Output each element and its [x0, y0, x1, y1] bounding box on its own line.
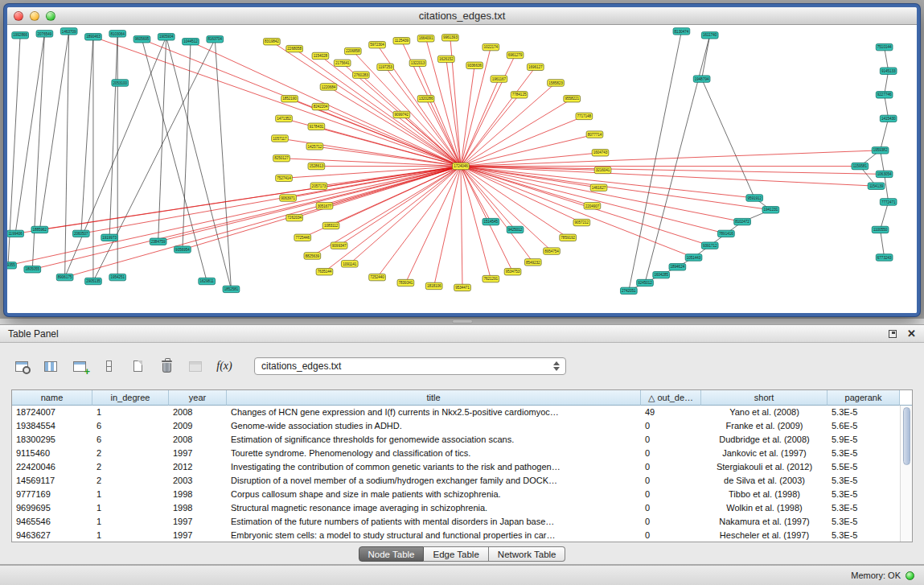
graph-node[interactable]: 8077714	[586, 131, 603, 138]
graph-node[interactable]: 2204907	[584, 203, 601, 209]
minimize-window-button[interactable]	[30, 11, 39, 21]
graph-node[interactable]: 1818106	[425, 282, 442, 289]
graph-node[interactable]: 1611740	[701, 32, 718, 39]
graph-node[interactable]: 2076549	[36, 31, 53, 37]
graph-node[interactable]: 1948794	[693, 76, 710, 82]
table-scrollbar[interactable]	[900, 406, 912, 542]
graph-node[interactable]: 1805055	[24, 266, 41, 273]
graph-node[interactable]: 9056954	[175, 246, 191, 253]
graph-node[interactable]: 1905904	[158, 34, 175, 40]
graph-node[interactable]: 7725446	[294, 234, 311, 241]
graph-node[interactable]: 1696127	[527, 64, 544, 70]
network-graph[interactable]: 1724046185219014713521057117825012775274…	[7, 26, 917, 313]
graph-node[interactable]: 1461627	[590, 184, 607, 191]
graph-node[interactable]: 3051677	[316, 203, 333, 209]
graph-node[interactable]: 1961167	[491, 76, 507, 82]
graph-node[interactable]: 1154139	[868, 183, 885, 189]
graph-node[interactable]: 1852190	[281, 96, 298, 102]
graph-node[interactable]: 1528613	[308, 163, 325, 169]
window-titlebar[interactable]: citations_edges.txt	[7, 7, 917, 25]
graph-node[interactable]: 6961279	[507, 51, 524, 58]
panel-splitter[interactable]	[0, 318, 924, 324]
graph-node[interactable]: 1885962	[31, 226, 48, 233]
graph-node[interactable]: 7527414	[276, 175, 293, 181]
graph-node[interactable]: 9619355	[7, 262, 16, 269]
graph-node[interactable]: 9558221	[564, 96, 581, 102]
graph-node[interactable]: 2742051	[620, 287, 637, 294]
function-builder-button[interactable]: f(x)	[214, 356, 235, 377]
graph-node[interactable]: 2760283	[353, 72, 370, 78]
graph-node[interactable]: 8954754	[544, 248, 561, 254]
graph-node[interactable]: 1890463	[85, 34, 102, 40]
graph-node[interactable]: 1022174	[483, 43, 499, 50]
graph-node[interactable]: 7891416	[718, 230, 735, 237]
graph-node[interactable]: 1100550	[872, 226, 889, 233]
table-row[interactable]: 2242004622012Investigating the contribut…	[12, 460, 912, 474]
graph-node[interactable]: 6773243	[876, 254, 893, 261]
graph-node[interactable]: 1154028	[312, 52, 329, 59]
close-panel-button[interactable]: ✕	[907, 328, 916, 339]
graph-node[interactable]: 2905135	[85, 278, 102, 284]
network-file-select[interactable]: citations_edges.txt	[254, 357, 566, 375]
graph-node[interactable]: 1051443	[685, 254, 702, 261]
table-row[interactable]: 1938455462009Genome-wide association stu…	[12, 419, 912, 433]
network-canvas[interactable]: 1724046185219014713521057117825012775274…	[7, 26, 917, 313]
graph-node[interactable]: 9227746	[876, 92, 893, 98]
graph-node[interactable]: 1954251	[109, 274, 126, 280]
graph-node[interactable]: 9178431	[308, 123, 325, 130]
graph-node[interactable]: 9057212	[573, 219, 590, 225]
graph-node[interactable]: 9145133	[880, 68, 897, 74]
graph-node[interactable]: 1220684	[320, 84, 337, 90]
graph-node[interactable]: 2384759	[150, 238, 166, 245]
graph-node[interactable]: 9099742	[393, 111, 410, 117]
table-row[interactable]: 911546021997Tourette syndrome. Phenomeno…	[12, 447, 912, 460]
column-header-year[interactable]: year	[169, 390, 227, 406]
graph-node[interactable]: 1159581	[852, 163, 869, 169]
graph-node[interactable]: 7784125	[511, 92, 528, 98]
graph-node[interactable]: 8549232	[524, 259, 541, 266]
graph-node[interactable]: 7621291	[483, 275, 499, 282]
zoom-window-button[interactable]	[46, 11, 55, 21]
graph-node[interactable]: 9425012	[507, 226, 524, 233]
graph-node[interactable]: 8103064	[109, 31, 126, 37]
graph-node[interactable]: 2057173	[310, 183, 327, 189]
graph-node[interactable]: 7635144	[316, 269, 333, 275]
graph-node[interactable]: 9336636	[466, 62, 483, 68]
graph-node[interactable]: 8242204	[312, 103, 329, 109]
graph-node[interactable]: 1894624	[669, 264, 686, 270]
graph-node[interactable]: 1585823	[548, 80, 565, 86]
table-row[interactable]: 946554611997Estimation of the future num…	[12, 515, 912, 529]
graph-node[interactable]: 2053100	[112, 80, 129, 86]
graph-node[interactable]: 1664091	[417, 35, 434, 42]
table-row[interactable]: 1872400712008Changes of HCN gene express…	[12, 406, 912, 419]
graph-node[interactable]: 8130474	[673, 28, 690, 35]
tab-node-table[interactable]: Node Table	[359, 546, 425, 562]
graph-node[interactable]: 1941231	[762, 207, 779, 213]
column-header-in_degree[interactable]: in_degree	[92, 390, 169, 406]
graph-node[interactable]: 7839341	[397, 279, 414, 286]
scrollbar-thumb[interactable]	[903, 407, 910, 465]
graph-node[interactable]: 9099347	[331, 242, 347, 249]
graph-node[interactable]: 1057117	[272, 135, 289, 142]
graph-node[interactable]: 8825639	[304, 253, 321, 259]
graph-node[interactable]: 9245012	[637, 279, 654, 286]
table-mode-button[interactable]	[11, 356, 32, 377]
column-header-pagerank[interactable]: pagerank	[827, 390, 900, 406]
graph-node[interactable]: 1629811	[199, 278, 216, 284]
column-header-out_degree[interactable]: △ out_de…	[641, 390, 701, 406]
graph-node[interactable]: 7510144	[876, 43, 893, 50]
graph-node[interactable]: 1992866	[12, 32, 29, 39]
graph-node[interactable]: 1199406	[7, 230, 23, 237]
graph-node[interactable]: 8319842	[264, 39, 281, 45]
graph-node[interactable]: 9534753	[504, 269, 521, 275]
graph-node[interactable]: 9961393	[442, 35, 459, 41]
graph-node[interactable]: 7252440	[369, 274, 386, 280]
graph-node[interactable]: 1415430	[880, 115, 897, 122]
graph-node[interactable]: 1197253	[377, 64, 394, 70]
graph-node[interactable]: 7262034	[286, 214, 303, 220]
graph-node[interactable]: 2268058	[286, 45, 303, 51]
graph-node[interactable]: 8250127	[273, 155, 290, 162]
float-panel-button[interactable]	[889, 330, 897, 338]
graph-node[interactable]: 8102472	[734, 218, 751, 225]
graph-node[interactable]: 1463709	[60, 28, 77, 35]
